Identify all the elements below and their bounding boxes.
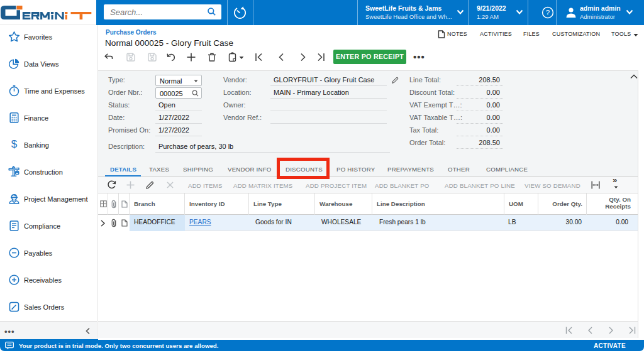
svg-text:?: ? [546,9,550,16]
